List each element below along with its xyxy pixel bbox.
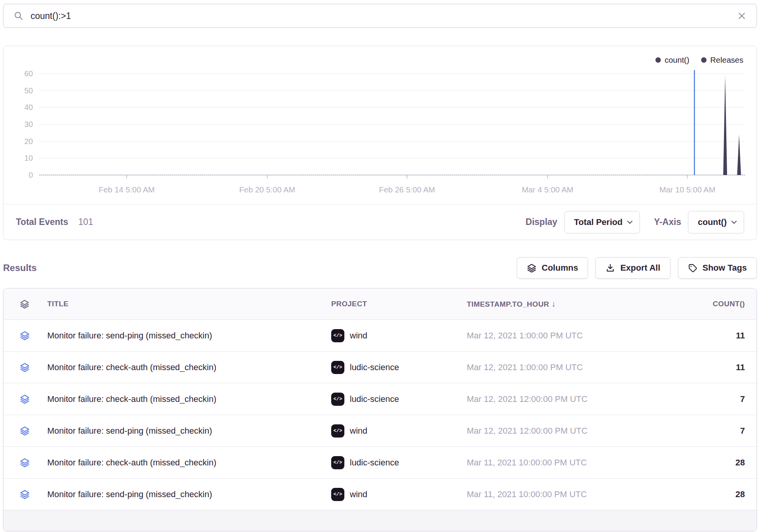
columns-button[interactable]: Columns (517, 257, 588, 279)
table-row[interactable]: Monitor failure: check-auth (missed_chec… (3, 446, 757, 478)
table-row[interactable]: Monitor failure: send-ping (missed_check… (3, 478, 757, 510)
table-row[interactable]: Monitor failure: check-auth (missed_chec… (3, 351, 757, 383)
yaxis-dropdown[interactable]: count() (688, 211, 744, 233)
svg-text:50: 50 (24, 86, 33, 95)
chart-footer: Total Events 101 Display Total Period Y-… (3, 204, 757, 240)
count-cell: 28 (645, 458, 757, 468)
chevron-down-icon (731, 218, 737, 224)
project-cell[interactable]: </> ludic-science (331, 456, 467, 469)
event-title[interactable]: Monitor failure: check-auth (missed_chec… (38, 394, 331, 404)
project-platform-icon: </> (331, 424, 344, 438)
stack-icon (20, 394, 30, 404)
stack-icon (20, 489, 30, 499)
search-icon (14, 11, 24, 21)
count-cell: 11 (645, 362, 757, 372)
project-cell[interactable]: </> wind (331, 488, 467, 501)
legend-item-releases[interactable]: Releases (701, 55, 743, 65)
svg-text:Mar 10 5:00 AM: Mar 10 5:00 AM (659, 185, 715, 194)
stack-icon (20, 331, 30, 341)
project-name: wind (350, 426, 367, 436)
legend-label: count() (665, 55, 690, 65)
clear-search-icon[interactable] (737, 11, 746, 21)
table-row[interactable]: Monitor failure: send-ping (missed_check… (3, 319, 757, 351)
export-all-button[interactable]: Export All (595, 257, 670, 279)
total-events-label: Total Events (16, 217, 68, 227)
columns-button-label: Columns (542, 263, 578, 273)
svg-text:Mar 4 5:00 AM: Mar 4 5:00 AM (522, 185, 573, 194)
search-input[interactable] (31, 11, 737, 21)
legend-item-count[interactable]: count() (655, 55, 690, 65)
legend-label: Releases (710, 55, 743, 65)
results-title: Results (3, 263, 37, 273)
project-platform-icon: </> (331, 456, 344, 469)
display-dropdown[interactable]: Total Period (564, 211, 640, 233)
events-chart-panel: 0102030405060Feb 14 5:00 AMFeb 20 5:00 A… (3, 46, 757, 240)
tag-icon (688, 263, 698, 273)
timestamp-cell: Mar 12, 2021 12:00:00 PM UTC (467, 394, 645, 404)
event-title[interactable]: Monitor failure: check-auth (missed_chec… (38, 362, 331, 372)
svg-text:Feb 14 5:00 AM: Feb 14 5:00 AM (99, 185, 155, 194)
table-header-row: TITLE PROJECT TIMESTAMP.TO_HOUR↓ COUNT() (3, 288, 757, 319)
count-cell: 7 (645, 394, 757, 404)
project-cell[interactable]: </> wind (331, 329, 467, 342)
svg-text:10: 10 (24, 154, 33, 162)
layers-icon (527, 263, 536, 273)
legend-dot-icon (701, 57, 707, 63)
count-cell: 11 (645, 331, 757, 341)
svg-text:Feb 20 5:00 AM: Feb 20 5:00 AM (239, 185, 295, 194)
event-title[interactable]: Monitor failure: check-auth (missed_chec… (38, 458, 331, 468)
display-dropdown-value: Total Period (574, 217, 623, 227)
column-header-project[interactable]: PROJECT (331, 300, 467, 308)
show-tags-button[interactable]: Show Tags (678, 257, 757, 279)
project-name: ludic-science (350, 394, 399, 404)
event-title[interactable]: Monitor failure: send-ping (missed_check… (38, 426, 331, 436)
download-icon (605, 263, 615, 273)
events-chart[interactable]: 0102030405060Feb 14 5:00 AMFeb 20 5:00 A… (3, 46, 757, 204)
project-cell[interactable]: </> wind (331, 424, 467, 438)
total-events-value: 101 (78, 217, 93, 227)
stack-icon (20, 426, 30, 436)
table-row[interactable]: Monitor failure: check-auth (missed_chec… (3, 383, 757, 415)
table-row[interactable]: Monitor failure: send-ping (missed_check… (3, 415, 757, 446)
column-header-title[interactable]: TITLE (38, 300, 331, 308)
count-cell: 28 (645, 489, 757, 499)
header-icon-cell[interactable] (3, 299, 38, 309)
timestamp-cell: Mar 11, 2021 10:00:00 PM UTC (467, 489, 645, 499)
chart-canvas: 0102030405060Feb 14 5:00 AMFeb 20 5:00 A… (3, 46, 756, 204)
table-footer (3, 510, 757, 531)
export-all-button-label: Export All (620, 263, 660, 273)
legend-dot-icon (655, 57, 661, 63)
chevron-down-icon (627, 218, 633, 224)
svg-text:Feb 26 5:00 AM: Feb 26 5:00 AM (379, 185, 435, 194)
show-tags-button-label: Show Tags (703, 263, 747, 273)
sort-descending-icon: ↓ (552, 299, 556, 308)
count-cell: 7 (645, 426, 757, 436)
project-platform-icon: </> (331, 393, 344, 406)
column-header-timestamp[interactable]: TIMESTAMP.TO_HOUR↓ (467, 299, 645, 309)
project-platform-icon: </> (331, 361, 344, 374)
stack-icon (20, 299, 29, 309)
project-cell[interactable]: </> ludic-science (331, 361, 467, 374)
project-name: wind (350, 489, 367, 499)
stack-icon (20, 362, 30, 372)
project-name: wind (350, 331, 367, 341)
stack-icon (20, 458, 30, 468)
project-cell[interactable]: </> ludic-science (331, 393, 467, 406)
search-bar[interactable] (3, 4, 757, 28)
timestamp-cell: Mar 11, 2021 10:00:00 PM UTC (467, 458, 645, 468)
project-name: ludic-science (350, 362, 399, 372)
svg-text:30: 30 (24, 120, 33, 129)
column-header-count[interactable]: COUNT() (645, 300, 757, 308)
results-table: TITLE PROJECT TIMESTAMP.TO_HOUR↓ COUNT()… (3, 288, 757, 531)
svg-text:60: 60 (24, 69, 33, 78)
project-platform-icon: </> (331, 329, 344, 342)
chart-legend: count() Releases (655, 55, 743, 65)
event-title[interactable]: Monitor failure: send-ping (missed_check… (38, 489, 331, 499)
yaxis-dropdown-value: count() (698, 217, 727, 227)
svg-text:20: 20 (24, 137, 33, 146)
event-title[interactable]: Monitor failure: send-ping (missed_check… (38, 331, 331, 341)
project-name: ludic-science (350, 458, 399, 468)
yaxis-label: Y-Axis (654, 217, 681, 227)
discover-page: 0102030405060Feb 14 5:00 AMFeb 20 5:00 A… (0, 0, 760, 531)
display-label: Display (526, 217, 557, 227)
